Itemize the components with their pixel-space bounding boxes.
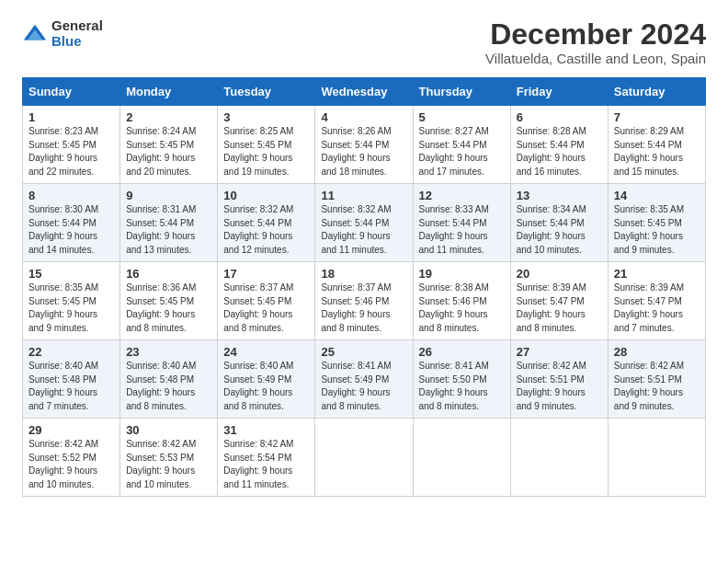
- logo-general-label: General: [51, 18, 103, 34]
- calendar-cell: 4 Sunrise: 8:26 AMSunset: 5:44 PMDayligh…: [315, 106, 413, 184]
- day-number: 13: [517, 189, 602, 202]
- calendar-cell: 1 Sunrise: 8:23 AMSunset: 5:45 PMDayligh…: [23, 106, 120, 184]
- week-row-4: 22 Sunrise: 8:40 AMSunset: 5:48 PMDaylig…: [23, 340, 706, 419]
- calendar-cell: 6 Sunrise: 8:28 AMSunset: 5:44 PMDayligh…: [510, 106, 608, 184]
- day-info: Sunrise: 8:32 AMSunset: 5:44 PMDaylight:…: [223, 204, 293, 255]
- week-row-5: 29 Sunrise: 8:42 AMSunset: 5:52 PMDaylig…: [23, 419, 706, 497]
- day-info: Sunrise: 8:25 AMSunset: 5:45 PMDaylight:…: [223, 126, 293, 177]
- calendar-cell: 25 Sunrise: 8:41 AMSunset: 5:49 PMDaylig…: [315, 340, 413, 419]
- day-info: Sunrise: 8:41 AMSunset: 5:50 PMDaylight:…: [419, 361, 489, 411]
- day-info: Sunrise: 8:36 AMSunset: 5:45 PMDaylight:…: [126, 282, 196, 333]
- calendar-body: 1 Sunrise: 8:23 AMSunset: 5:45 PMDayligh…: [23, 106, 706, 497]
- week-row-3: 15 Sunrise: 8:35 AMSunset: 5:45 PMDaylig…: [23, 262, 706, 340]
- calendar-cell: 8 Sunrise: 8:30 AMSunset: 5:44 PMDayligh…: [23, 184, 120, 262]
- day-number: 4: [321, 110, 406, 124]
- calendar-cell: 9 Sunrise: 8:31 AMSunset: 5:44 PMDayligh…: [120, 184, 218, 262]
- day-number: 12: [419, 189, 505, 202]
- day-number: 20: [517, 267, 602, 281]
- calendar-cell: [608, 419, 705, 497]
- day-number: 6: [517, 110, 602, 124]
- day-number: 28: [614, 345, 700, 359]
- day-number: 17: [223, 267, 309, 281]
- header-wednesday: Wednesday: [315, 78, 413, 106]
- logo: General Blue: [22, 18, 103, 49]
- day-number: 29: [28, 423, 114, 437]
- day-number: 24: [223, 345, 309, 359]
- day-info: Sunrise: 8:35 AMSunset: 5:45 PMDaylight:…: [614, 204, 684, 255]
- calendar-cell: 20 Sunrise: 8:39 AMSunset: 5:47 PMDaylig…: [510, 262, 608, 340]
- day-number: 25: [321, 345, 406, 359]
- day-info: Sunrise: 8:42 AMSunset: 5:52 PMDaylight:…: [28, 439, 98, 489]
- calendar-cell: 7 Sunrise: 8:29 AMSunset: 5:44 PMDayligh…: [608, 106, 705, 184]
- calendar-cell: 2 Sunrise: 8:24 AMSunset: 5:45 PMDayligh…: [120, 106, 218, 184]
- day-number: 8: [28, 189, 114, 202]
- day-info: Sunrise: 8:39 AMSunset: 5:47 PMDaylight:…: [614, 282, 684, 333]
- day-number: 3: [223, 110, 309, 124]
- calendar-cell: 26 Sunrise: 8:41 AMSunset: 5:50 PMDaylig…: [413, 340, 510, 419]
- day-number: 10: [223, 189, 309, 202]
- day-number: 15: [28, 267, 114, 281]
- header-monday: Monday: [120, 78, 218, 106]
- calendar-cell: 11 Sunrise: 8:32 AMSunset: 5:44 PMDaylig…: [315, 184, 413, 262]
- week-row-2: 8 Sunrise: 8:30 AMSunset: 5:44 PMDayligh…: [23, 184, 706, 262]
- calendar-cell: 14 Sunrise: 8:35 AMSunset: 5:45 PMDaylig…: [608, 184, 705, 262]
- day-info: Sunrise: 8:40 AMSunset: 5:48 PMDaylight:…: [28, 361, 98, 411]
- day-info: Sunrise: 8:42 AMSunset: 5:54 PMDaylight:…: [223, 439, 293, 489]
- day-info: Sunrise: 8:37 AMSunset: 5:46 PMDaylight:…: [321, 282, 391, 333]
- day-number: 18: [321, 267, 406, 281]
- day-info: Sunrise: 8:40 AMSunset: 5:49 PMDaylight:…: [223, 361, 293, 411]
- day-number: 1: [28, 110, 114, 124]
- day-info: Sunrise: 8:28 AMSunset: 5:44 PMDaylight:…: [517, 126, 586, 177]
- day-info: Sunrise: 8:40 AMSunset: 5:48 PMDaylight:…: [126, 361, 196, 411]
- calendar-cell: 15 Sunrise: 8:35 AMSunset: 5:45 PMDaylig…: [23, 262, 120, 340]
- calendar-cell: [510, 419, 608, 497]
- calendar-cell: 28 Sunrise: 8:42 AMSunset: 5:51 PMDaylig…: [608, 340, 705, 419]
- day-info: Sunrise: 8:37 AMSunset: 5:45 PMDaylight:…: [223, 282, 293, 333]
- header-saturday: Saturday: [608, 78, 705, 106]
- day-info: Sunrise: 8:41 AMSunset: 5:49 PMDaylight:…: [321, 361, 391, 411]
- title-section: December 2024 Villatuelda, Castille and …: [485, 18, 706, 66]
- main-title: December 2024: [485, 18, 706, 51]
- day-number: 9: [126, 189, 211, 202]
- day-number: 7: [614, 110, 700, 124]
- calendar-cell: 18 Sunrise: 8:37 AMSunset: 5:46 PMDaylig…: [315, 262, 413, 340]
- week-row-1: 1 Sunrise: 8:23 AMSunset: 5:45 PMDayligh…: [23, 106, 706, 184]
- day-number: 22: [28, 345, 114, 359]
- day-info: Sunrise: 8:39 AMSunset: 5:47 PMDaylight:…: [517, 282, 586, 333]
- header-friday: Friday: [510, 78, 608, 106]
- header-tuesday: Tuesday: [218, 78, 315, 106]
- calendar-cell: 5 Sunrise: 8:27 AMSunset: 5:44 PMDayligh…: [413, 106, 510, 184]
- subtitle: Villatuelda, Castille and Leon, Spain: [485, 51, 706, 66]
- calendar-cell: 30 Sunrise: 8:42 AMSunset: 5:53 PMDaylig…: [120, 419, 218, 497]
- calendar-cell: 31 Sunrise: 8:42 AMSunset: 5:54 PMDaylig…: [218, 419, 315, 497]
- header-sunday: Sunday: [23, 78, 120, 106]
- logo-icon: [22, 21, 48, 47]
- page-header: General Blue December 2024 Villatuelda, …: [22, 18, 706, 66]
- calendar-header: Sunday Monday Tuesday Wednesday Thursday…: [23, 78, 706, 106]
- day-number: 30: [126, 423, 211, 437]
- day-info: Sunrise: 8:34 AMSunset: 5:44 PMDaylight:…: [517, 204, 586, 255]
- calendar-cell: 17 Sunrise: 8:37 AMSunset: 5:45 PMDaylig…: [218, 262, 315, 340]
- calendar-cell: [413, 419, 510, 497]
- day-number: 2: [126, 110, 211, 124]
- day-number: 23: [126, 345, 211, 359]
- day-info: Sunrise: 8:42 AMSunset: 5:53 PMDaylight:…: [126, 439, 196, 489]
- calendar-cell: 12 Sunrise: 8:33 AMSunset: 5:44 PMDaylig…: [413, 184, 510, 262]
- day-number: 26: [419, 345, 505, 359]
- calendar-cell: 13 Sunrise: 8:34 AMSunset: 5:44 PMDaylig…: [510, 184, 608, 262]
- day-number: 5: [419, 110, 505, 124]
- calendar-cell: 21 Sunrise: 8:39 AMSunset: 5:47 PMDaylig…: [608, 262, 705, 340]
- calendar-cell: 16 Sunrise: 8:36 AMSunset: 5:45 PMDaylig…: [120, 262, 218, 340]
- calendar-cell: 10 Sunrise: 8:32 AMSunset: 5:44 PMDaylig…: [218, 184, 315, 262]
- logo-blue-label: Blue: [51, 34, 103, 50]
- day-number: 31: [223, 423, 309, 437]
- day-info: Sunrise: 8:23 AMSunset: 5:45 PMDaylight:…: [28, 126, 98, 177]
- day-info: Sunrise: 8:30 AMSunset: 5:44 PMDaylight:…: [28, 204, 98, 255]
- day-info: Sunrise: 8:35 AMSunset: 5:45 PMDaylight:…: [28, 282, 98, 333]
- calendar-cell: 22 Sunrise: 8:40 AMSunset: 5:48 PMDaylig…: [23, 340, 120, 419]
- day-info: Sunrise: 8:24 AMSunset: 5:45 PMDaylight:…: [126, 126, 196, 177]
- calendar-cell: 3 Sunrise: 8:25 AMSunset: 5:45 PMDayligh…: [218, 106, 315, 184]
- day-info: Sunrise: 8:31 AMSunset: 5:44 PMDaylight:…: [126, 204, 196, 255]
- calendar-cell: 29 Sunrise: 8:42 AMSunset: 5:52 PMDaylig…: [23, 419, 120, 497]
- calendar-cell: 19 Sunrise: 8:38 AMSunset: 5:46 PMDaylig…: [413, 262, 510, 340]
